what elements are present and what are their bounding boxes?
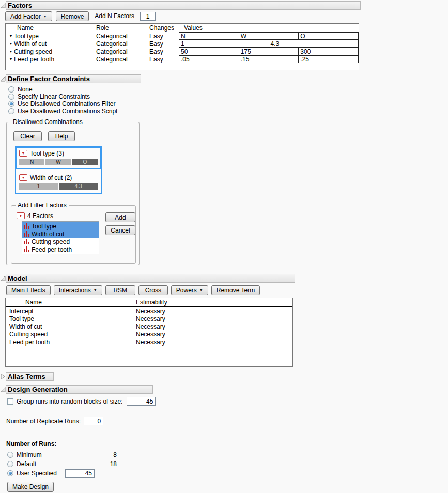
remove-factor-button[interactable]: Remove bbox=[56, 11, 89, 21]
help-button[interactable]: Help bbox=[48, 131, 75, 141]
model-term-row[interactable]: Feed per tooth Necessary bbox=[6, 338, 292, 346]
filter-menu-icon[interactable]: ▼ bbox=[17, 212, 25, 219]
radio-icon[interactable] bbox=[8, 86, 14, 93]
expand-chevron-icon[interactable]: ▾ bbox=[10, 50, 12, 54]
main-effects-button[interactable]: Main Effects bbox=[6, 285, 51, 295]
term-name: Width of cut bbox=[6, 323, 136, 330]
factor-name[interactable]: Feed per tooth bbox=[14, 56, 54, 63]
rsm-button[interactable]: RSM bbox=[105, 285, 135, 295]
alias-section-header[interactable]: Alias Terms bbox=[6, 372, 54, 381]
list-item-feed-per-tooth[interactable]: Feed per tooth bbox=[22, 245, 99, 253]
filter-block-tool-type[interactable]: ▼ Tool type (3) N W O bbox=[16, 147, 101, 169]
expand-chevron-icon[interactable]: ▾ bbox=[10, 34, 12, 38]
radio-icon[interactable] bbox=[7, 452, 13, 458]
expand-chevron-icon[interactable]: ▾ bbox=[10, 57, 12, 61]
clear-button[interactable]: Clear bbox=[13, 131, 42, 141]
make-design-button[interactable]: Make Design bbox=[7, 482, 54, 492]
factor-value-cell[interactable]: 1 bbox=[179, 40, 269, 48]
constraint-option-linear[interactable]: Specify Linear Constraints bbox=[8, 93, 448, 100]
model-term-row[interactable]: Tool type Necessary bbox=[6, 315, 292, 322]
block-size-input[interactable] bbox=[127, 397, 156, 406]
factor-name[interactable]: Tool type bbox=[14, 33, 39, 40]
factor-value-cell[interactable]: .05 bbox=[179, 55, 239, 63]
powers-label: Powers bbox=[176, 287, 197, 294]
disclosure-open-icon[interactable] bbox=[0, 74, 6, 82]
factor-value-cell[interactable]: N bbox=[179, 32, 239, 40]
design-generation-header[interactable]: Design Generation bbox=[6, 385, 153, 394]
filter-segment-selected[interactable]: 4.3 bbox=[59, 183, 98, 190]
add-n-factors-label: Add N Factors bbox=[95, 12, 134, 20]
radio-icon[interactable] bbox=[8, 94, 14, 100]
constraint-option-filter[interactable]: Use Disallowed Combinations Filter bbox=[8, 100, 448, 107]
factor-changes[interactable]: Easy bbox=[149, 33, 179, 40]
model-term-row[interactable]: Width of cut Necessary bbox=[6, 322, 292, 330]
list-item-cutting-speed[interactable]: Cutting speed bbox=[22, 238, 99, 245]
disclosure-open-icon[interactable] bbox=[0, 385, 6, 392]
filter-menu-icon[interactable]: ▼ bbox=[19, 174, 27, 181]
factors-section-header[interactable]: Factors bbox=[6, 1, 361, 10]
filter-segment[interactable]: N bbox=[19, 159, 44, 165]
factor-value-cell[interactable]: .25 bbox=[298, 55, 359, 63]
factor-name[interactable]: Cutting speed bbox=[14, 48, 52, 55]
model-section-header[interactable]: Model bbox=[6, 274, 295, 283]
list-item-tool-type[interactable]: Tool type bbox=[22, 222, 99, 230]
factor-role[interactable]: Categorical bbox=[96, 40, 149, 48]
model-term-row[interactable]: Intercept Necessary bbox=[6, 307, 292, 315]
factor-value-cell[interactable]: 300 bbox=[298, 48, 359, 55]
factor-value-cell[interactable]: 50 bbox=[179, 48, 239, 55]
cancel-button[interactable]: Cancel bbox=[105, 225, 135, 235]
factor-changes[interactable]: Easy bbox=[149, 56, 179, 63]
expand-chevron-icon[interactable]: ▾ bbox=[10, 42, 12, 46]
constraint-option-script[interactable]: Use Disallowed Combinations Script bbox=[8, 107, 448, 115]
runs-option-label: User Specified bbox=[17, 470, 62, 477]
factors-table: Name Role Changes Values ▾ Tool type Cat… bbox=[5, 23, 359, 70]
add-factor-button[interactable]: Add Factor ▼ bbox=[5, 11, 52, 21]
replicate-runs-input[interactable] bbox=[84, 417, 103, 425]
list-item-width-of-cut[interactable]: Width of cut bbox=[22, 230, 99, 238]
model-term-row[interactable]: Cutting speed Necessary bbox=[6, 330, 292, 338]
cross-button[interactable]: Cross bbox=[138, 285, 168, 295]
group-runs-checkbox[interactable] bbox=[7, 398, 13, 405]
runs-option-minimum[interactable]: Minimum 8 bbox=[7, 450, 448, 459]
disclosure-open-icon[interactable] bbox=[0, 1, 6, 8]
runs-option-user-specified[interactable]: User Specified bbox=[7, 469, 448, 478]
factor-value-cell[interactable]: 175 bbox=[239, 48, 299, 55]
radio-icon[interactable] bbox=[8, 108, 14, 114]
filter-factors-header[interactable]: ▼ 4 Factors bbox=[17, 212, 99, 220]
factor-changes[interactable]: Easy bbox=[149, 48, 179, 55]
factor-value-cell[interactable]: O bbox=[298, 32, 359, 40]
interactions-button[interactable]: Interactions ▼ bbox=[54, 285, 102, 295]
factor-role[interactable]: Categorical bbox=[96, 56, 149, 63]
design-generation-title: Design Generation bbox=[8, 386, 68, 393]
n-factors-input[interactable] bbox=[140, 12, 156, 21]
filter-menu-icon[interactable]: ▼ bbox=[19, 150, 27, 157]
factor-value-cell[interactable]: W bbox=[239, 32, 299, 40]
constraints-section-header[interactable]: Define Factor Constraints bbox=[6, 74, 141, 83]
runs-option-default[interactable]: Default 18 bbox=[7, 459, 448, 469]
powers-button[interactable]: Powers ▼ bbox=[171, 285, 208, 295]
col-values: Values bbox=[179, 24, 359, 32]
add-n-factors-button[interactable]: Add N Factors bbox=[90, 11, 138, 21]
factor-value-cell[interactable]: .15 bbox=[239, 55, 299, 63]
radio-icon[interactable] bbox=[8, 101, 14, 107]
radio-icon[interactable] bbox=[7, 461, 13, 467]
filter-segment[interactable]: 1 bbox=[19, 183, 58, 190]
factor-role[interactable]: Categorical bbox=[96, 48, 149, 55]
disallowed-combinations-title: Disallowed Combinations bbox=[11, 118, 85, 126]
factors-section-header-row: Factors bbox=[0, 1, 448, 10]
filter-segment[interactable]: W bbox=[45, 159, 71, 165]
add-button[interactable]: Add bbox=[105, 212, 135, 222]
factor-name[interactable]: Width of cut bbox=[14, 40, 47, 48]
radio-icon[interactable] bbox=[7, 470, 13, 476]
disclosure-collapsed-icon[interactable] bbox=[0, 372, 6, 379]
remove-term-button[interactable]: Remove Term bbox=[211, 285, 260, 295]
filter-block-width-of-cut[interactable]: ▼ Width of cut (2) 1 4.3 bbox=[16, 171, 101, 193]
user-specified-runs-input[interactable] bbox=[65, 469, 95, 478]
filter-segment-selected[interactable]: O bbox=[72, 159, 98, 165]
factor-value-cell[interactable]: 4.3 bbox=[269, 40, 359, 48]
factor-changes[interactable]: Easy bbox=[149, 40, 179, 48]
disclosure-open-icon[interactable] bbox=[0, 274, 6, 281]
number-of-runs-title: Number of Runs: bbox=[6, 440, 448, 448]
constraint-option-none[interactable]: None bbox=[8, 86, 448, 93]
factor-role[interactable]: Categorical bbox=[96, 33, 149, 40]
